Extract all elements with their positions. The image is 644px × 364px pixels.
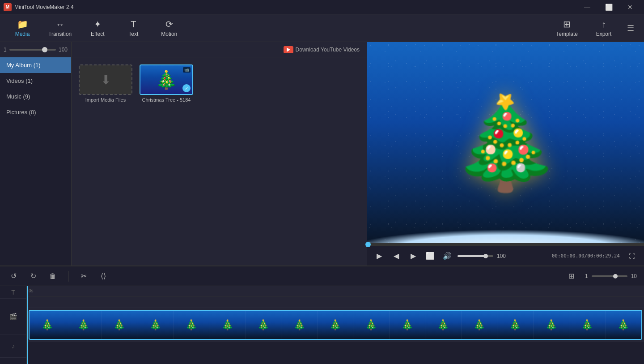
yt-download-bar: Download YouTube Videos [72,42,367,57]
preview-video: 🎄 [367,42,644,243]
zoom-min-label: 1 [585,273,588,279]
volume-button[interactable]: 🔊 [441,249,454,263]
timeline-ruler: 0s [27,286,644,296]
video-track[interactable]: 🎄 🎄 🎄 🎄 🎄 🎄 🎄 🎄 🎄 🎄 🎄 🎄 🎄 🎄 🎄 🎄 [27,308,644,342]
toolbar: 📁 Media ↔ Transition ✦ Effect T Text ⟳ M… [0,14,644,42]
playhead[interactable] [27,286,28,364]
strip-frame-5: 🎄 [174,311,209,339]
christmas-tree-thumb: 📹 ✓ [140,64,193,95]
progress-fill [367,243,368,246]
audio-track-label: ♪ [0,334,26,358]
next-frame-button[interactable]: ▶ [407,249,420,263]
import-media-item[interactable]: ⬇ Import Media Files [79,64,132,103]
christmas-tree-item[interactable]: 📹 ✓ Christmas Tree - 5184 [140,64,193,103]
track-labels: T 🎬 ♪ [0,286,27,364]
redo-button[interactable]: ↻ [27,270,39,283]
sidebar-item-videos[interactable]: Videos (1) [0,73,71,89]
import-icon: ⬇ [101,73,111,87]
effect-label: Effect [91,31,104,37]
titlebar-controls: — ⬜ ✕ [577,0,640,14]
motion-button[interactable]: ⟳ Motion [151,16,187,40]
preview-tree-emoji: 🎄 [450,98,562,188]
timeline-toolbar: ↺ ↻ 🗑 ✂ ⟨⟩ ⊞ 1 10 [0,266,644,286]
delete-button[interactable]: 🗑 [47,270,59,283]
strip-frame-16: 🎄 [569,311,605,339]
transition-label: Transition [48,31,72,37]
video-strip: 🎄 🎄 🎄 🎄 🎄 🎄 🎄 🎄 🎄 🎄 🎄 🎄 🎄 🎄 🎄 🎄 [29,310,642,340]
zoom-slider-track[interactable] [9,49,56,51]
strip-frame-7: 🎄 [246,311,281,339]
play-button[interactable]: ▶ [373,249,386,263]
motion-icon: ⟳ [165,19,173,30]
progress-handle[interactable] [365,242,371,247]
text-icon: T [131,19,136,30]
cut-button[interactable]: ✂ [77,270,90,283]
time-display: 00:00:00.00/00:00:29.24 [552,253,620,259]
volume-thumb[interactable] [483,254,488,258]
effect-button[interactable]: ✦ Effect [80,16,115,40]
strip-frame-11: 🎄 [390,311,425,339]
tl-separator [68,271,68,282]
zoom-slider[interactable] [592,275,627,277]
volume-slider[interactable] [458,255,493,257]
strip-frame-10: 🎄 [353,311,389,339]
transition-icon: ↔ [55,19,64,30]
volume-value: 100 [497,253,506,259]
close-button[interactable]: ✕ [620,0,640,14]
expand-button[interactable]: ⛶ [625,249,639,263]
strip-frame-15: 🎄 [534,311,569,339]
left-panel: 1 100 My Album (1) Videos (1) Music (9) … [0,42,72,266]
minimize-button[interactable]: — [577,0,597,14]
current-time: 00:00:00.00 [552,253,585,259]
sidebar-item-music[interactable]: Music (9) [0,89,71,104]
preview-image: 🎄 [367,42,644,243]
zoom-controls: 1 10 [585,273,637,279]
strip-frame-9: 🎄 [318,311,353,339]
add-track-button[interactable]: ⊞ [565,270,578,283]
yt-download-button[interactable]: Download YouTube Videos [284,46,360,53]
sidebar-item-my-album[interactable]: My Album (1) [0,57,71,73]
strip-frame-12: 🎄 [425,311,461,339]
prev-frame-button[interactable]: ◀ [390,249,403,263]
check-badge: ✓ [182,84,191,92]
zoom-thumb[interactable] [613,274,618,278]
timeline-area: ↺ ↻ 🗑 ✂ ⟨⟩ ⊞ 1 10 T 🎬 ♪ 0s [0,266,644,364]
youtube-icon [284,46,293,53]
import-thumb-inner: ⬇ [80,65,131,94]
maximize-button[interactable]: ⬜ [598,0,619,14]
slider-value-label: 100 [59,47,68,53]
text-track-label: T [0,286,26,299]
import-media-thumb: ⬇ [79,64,132,95]
media-controls-bar: 1 100 [0,42,71,57]
strip-frame-13: 🎄 [462,311,497,339]
transition-button[interactable]: ↔ Transition [40,17,80,40]
video-badge: 📹 [183,67,191,73]
media-library-area: Download YouTube Videos ⬇ Import Media F… [72,42,367,266]
export-icon: ↑ [602,19,606,30]
text-label: Text [128,31,138,37]
template-icon: ⊞ [563,19,571,30]
menu-button[interactable]: ☰ [622,19,640,37]
zoom-max-label: 10 [631,273,637,279]
titlebar-title: MiniTool MovieMaker 2.4 [14,4,74,10]
sidebar-item-pictures[interactable]: Pictures (0) [0,104,71,120]
undo-button[interactable]: ↺ [7,270,20,283]
progress-bar[interactable] [367,243,644,246]
media-items-container: ⬇ Import Media Files 📹 ✓ Christmas Tree … [72,57,367,110]
template-button[interactable]: ⊞ Template [548,16,586,40]
christmas-tree-label: Christmas Tree - 5184 [142,97,191,103]
app-icon-letter: M [6,4,9,9]
text-button[interactable]: T Text [115,17,151,40]
zoom-slider-thumb[interactable] [42,47,47,52]
media-button[interactable]: 📁 Media [4,16,40,40]
media-icon: 📁 [17,19,28,30]
fullscreen-toggle[interactable]: ⬜ [424,249,437,263]
ground-snow [367,216,644,243]
strip-frame-2: 🎄 [65,311,101,339]
export-button[interactable]: ↑ Export [586,17,622,40]
strip-frame-1: 🎄 [30,311,65,339]
strip-frame-6: 🎄 [209,311,245,339]
strip-frame-14: 🎄 [497,311,533,339]
split-button[interactable]: ⟨⟩ [97,270,110,283]
titlebar-left: M MiniTool MovieMaker 2.4 [4,3,74,11]
